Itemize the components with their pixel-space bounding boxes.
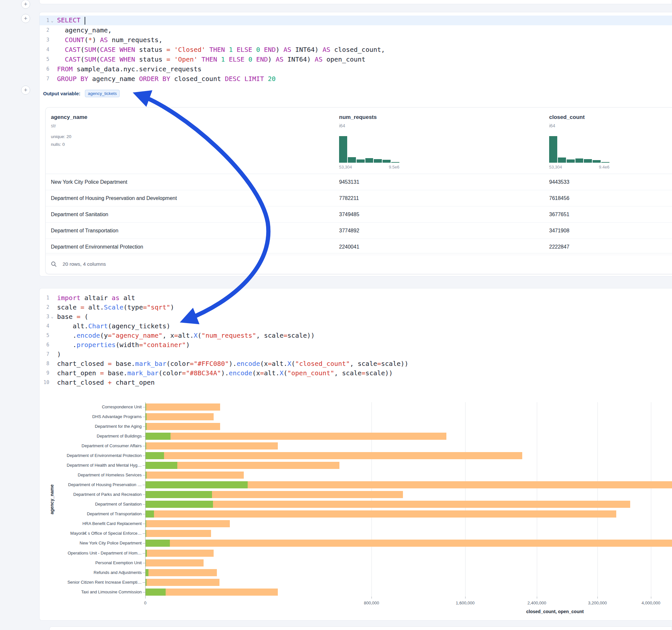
code-text: chart_closed + chart_open bbox=[55, 379, 154, 386]
table-cell: Department of Environmental Protection bbox=[51, 244, 143, 250]
add-cell-button-output[interactable]: + bbox=[21, 86, 30, 95]
gridline bbox=[651, 402, 651, 597]
table-cell: 3471908 bbox=[549, 228, 569, 234]
code-line[interactable]: 2scale = alt.Scale(type="sqrt") bbox=[40, 302, 672, 312]
y-tick bbox=[143, 417, 145, 417]
table-cell: 3749485 bbox=[339, 212, 359, 217]
table-cell: 9453131 bbox=[339, 179, 359, 185]
bar-closed_count bbox=[145, 579, 219, 586]
line-number: 5 bbox=[40, 56, 49, 62]
histogram-max-label: 9.5e6 bbox=[380, 165, 399, 169]
bar-closed_count bbox=[145, 413, 214, 420]
code-line[interactable]: 7) bbox=[40, 349, 672, 359]
line-number: 10 bbox=[40, 380, 49, 385]
table-cell: 9443533 bbox=[549, 179, 569, 185]
column-header-num-requests[interactable]: num_requests bbox=[339, 114, 377, 121]
python-code-editor[interactable]: 1import altair as alt2scale = alt.Scale(… bbox=[40, 293, 672, 387]
code-line[interactable]: 3⌄base = ( bbox=[40, 312, 672, 321]
y-axis-label: HRA Benefit Card Replacement bbox=[40, 521, 142, 526]
table-cell: Department of Sanitation bbox=[51, 212, 108, 217]
y-tick bbox=[143, 407, 145, 407]
table-row: Department of Transportation377489234719… bbox=[46, 223, 672, 239]
x-tick-label: 4,000,000 bbox=[631, 601, 670, 605]
code-line[interactable]: 10chart_closed + chart_open bbox=[40, 378, 672, 387]
add-cell-button-top[interactable]: + bbox=[21, 0, 30, 9]
fold-chevron-icon[interactable]: ⌄ bbox=[49, 314, 55, 319]
code-line[interactable]: 4 alt.Chart(agency_tickets) bbox=[40, 321, 672, 331]
code-line[interactable]: 1import altair as alt bbox=[40, 293, 672, 302]
code-line[interactable]: 5 CAST(SUM(CASE WHEN status = 'Open' THE… bbox=[40, 54, 672, 64]
histogram-bar bbox=[374, 159, 382, 163]
bar-open_count bbox=[145, 569, 148, 576]
bar-open_count bbox=[145, 588, 166, 596]
line-number: 2 bbox=[40, 27, 49, 33]
bar-closed_count bbox=[145, 539, 672, 547]
search-icon[interactable] bbox=[51, 261, 57, 267]
gridline bbox=[465, 402, 465, 597]
histogram-bar bbox=[558, 158, 566, 163]
code-text: COUNT(*) AS num_requests, bbox=[55, 36, 162, 44]
code-line[interactable]: 5 .encode(y="agency_name", x=alt.X("num_… bbox=[40, 331, 672, 340]
y-axis-label: DHS Advantage Programs bbox=[40, 414, 142, 419]
y-axis-label: Personal Exemption Unit bbox=[40, 560, 142, 565]
code-line[interactable]: 8chart_closed = base.mark_bar(color="#FF… bbox=[40, 359, 672, 368]
y-axis-label: Department of Transportation bbox=[40, 511, 142, 516]
table-cell: Department of Housing Preservation and D… bbox=[51, 195, 177, 201]
bar-open_count bbox=[145, 491, 212, 498]
y-axis-label: Department of Parks and Recreation bbox=[40, 492, 142, 497]
x-tick bbox=[537, 597, 537, 599]
y-axis-line bbox=[145, 402, 146, 597]
code-line[interactable]: 1⌄SELECT bbox=[40, 16, 672, 25]
code-text: ) bbox=[55, 350, 61, 358]
table-cell: 7782211 bbox=[339, 195, 359, 201]
output-variable-chip[interactable]: agency_tickets bbox=[85, 90, 120, 97]
code-line[interactable]: 3 COUNT(*) AS num_requests, bbox=[40, 35, 672, 45]
code-text: agency_name, bbox=[55, 26, 112, 34]
code-line[interactable]: 4 CAST(SUM(CASE WHEN status = 'Closed' T… bbox=[40, 45, 672, 54]
code-line[interactable]: 9chart_open = base.mark_bar(color="#8BC3… bbox=[40, 368, 672, 378]
code-line[interactable]: 6 .properties(width="container") bbox=[40, 340, 672, 349]
code-line[interactable]: 6FROM sample_data.nyc.service_requests bbox=[40, 64, 672, 74]
bar-closed_count bbox=[145, 501, 630, 508]
gridline bbox=[371, 402, 372, 597]
code-line[interactable]: 7GROUP BY agency_name ORDER BY closed_co… bbox=[40, 74, 672, 83]
gridline bbox=[537, 402, 537, 597]
line-number: 4 bbox=[40, 47, 49, 52]
y-tick bbox=[143, 475, 145, 476]
y-axis-label: Operations Unit - Department of Hom… bbox=[40, 551, 142, 556]
line-number: 6 bbox=[40, 66, 49, 72]
results-table: agency_name str unique: 20 nulls: 0 num_… bbox=[45, 107, 672, 274]
x-tick-label: 2,400,000 bbox=[518, 601, 556, 605]
bar-closed_count bbox=[145, 471, 244, 479]
add-cell-button-sql[interactable]: + bbox=[21, 14, 30, 23]
y-axis-label: Refunds and Adjustments bbox=[40, 570, 142, 575]
y-tick bbox=[143, 573, 145, 573]
bar-closed_count bbox=[145, 569, 217, 576]
code-text: CAST(SUM(CASE WHEN status = 'Open' THEN … bbox=[55, 55, 365, 63]
code-line[interactable]: 2 agency_name, bbox=[40, 25, 672, 35]
column-header-agency-name[interactable]: agency_name bbox=[51, 114, 87, 121]
table-row: New York City Police Department945313194… bbox=[46, 174, 672, 190]
column-type-num-requests: i64 bbox=[339, 123, 345, 128]
bar-open_count bbox=[145, 433, 170, 440]
line-number: 4 bbox=[40, 323, 49, 329]
table-cell: Department of Transportation bbox=[51, 228, 118, 234]
num-requests-histogram bbox=[339, 136, 399, 163]
y-axis-label: Mayorâ€ s Office of Special Enforce… bbox=[40, 531, 142, 536]
code-text: import altair as alt bbox=[55, 294, 135, 302]
notebook-page: + + + 1⌄SELECT 2 agency_name,3 COUNT(*) … bbox=[0, 0, 672, 630]
y-tick bbox=[143, 524, 145, 524]
histogram-max-label: 9.4e6 bbox=[590, 165, 609, 169]
line-number: 7 bbox=[40, 76, 49, 82]
column-header-closed-count[interactable]: closed_count bbox=[549, 114, 585, 121]
code-text: GROUP BY agency_name ORDER BY closed_cou… bbox=[55, 75, 275, 83]
code-text: SELECT bbox=[55, 16, 85, 25]
y-axis-label: Department of Sanitation bbox=[40, 502, 142, 507]
x-tick bbox=[651, 597, 651, 599]
line-number: 9 bbox=[40, 370, 49, 376]
fold-chevron-icon[interactable]: ⌄ bbox=[49, 18, 55, 23]
y-axis-label: Senior Citizen Rent Increase Exempti… bbox=[40, 580, 142, 585]
line-number: 5 bbox=[40, 333, 49, 338]
y-axis-label: Department for the Aging bbox=[40, 424, 142, 429]
sql-code-editor[interactable]: 1⌄SELECT 2 agency_name,3 COUNT(*) AS num… bbox=[40, 16, 672, 83]
